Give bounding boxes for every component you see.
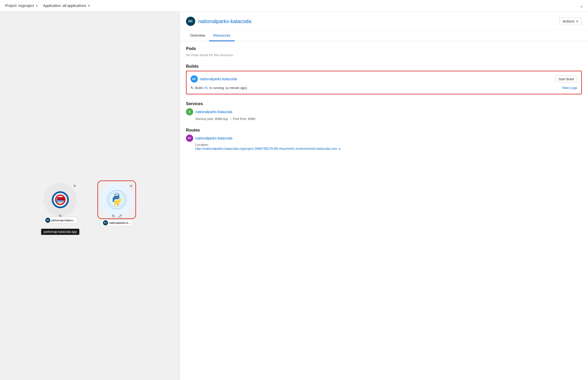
- build-status-info: ↻ Build #1 is running (a minute ago): [191, 86, 247, 90]
- parksmap-icon: [50, 189, 71, 210]
- svg-point-2: [107, 191, 126, 209]
- route-name-link[interactable]: nationalparks-katacoda: [195, 136, 232, 140]
- topology-panel: ⧉ ↻ DC parksmap-kataco...: [0, 12, 180, 380]
- build-number[interactable]: #1: [204, 86, 208, 90]
- nationalparks-selected-wrapper: ⧉: [97, 181, 136, 219]
- top-bar: Project: myproject ▼ Application: all ap…: [0, 0, 588, 12]
- service-port-text: Service port: 8080-tcp → Pod Port: 8080: [195, 117, 582, 121]
- route-external-link-icon: ⧉: [339, 147, 340, 150]
- builds-section: Builds BC nationalparks-katacoda Start B…: [186, 64, 582, 94]
- service-name-link[interactable]: nationalparks-katacoda: [195, 110, 232, 114]
- project-selector[interactable]: Project: myproject ▼: [5, 4, 38, 8]
- node-nationalparks[interactable]: ⧉: [97, 181, 136, 219]
- project-label: Project: myproject: [5, 4, 34, 8]
- build-text: Build: [195, 86, 203, 90]
- parksmap-dc-badge: DC: [45, 218, 50, 223]
- detail-header: DC nationalparks-katacoda Actions ▼: [180, 12, 588, 30]
- route-row: RT nationalparks-katacoda: [186, 135, 582, 142]
- nationalparks-label: nationalparks-k...: [109, 221, 131, 224]
- topology-canvas: ⧉ ↻ DC parksmap-kataco...: [44, 181, 136, 219]
- build-running-icon: ↻: [191, 86, 194, 90]
- location-label: Location:: [195, 143, 209, 147]
- node-parksmap[interactable]: ⧉ ↻ DC parksmap-kataco...: [44, 183, 77, 216]
- nationalparks-circle[interactable]: ⧉: [100, 183, 133, 216]
- tab-resources[interactable]: Resources: [209, 30, 234, 41]
- application-chevron-icon: ▼: [88, 4, 90, 7]
- pods-section: Pods No Pods found for this resource.: [186, 46, 582, 57]
- build-name-row: BC nationalparks-katacoda Start Build: [191, 75, 577, 83]
- main-content: ⧉ ↻ DC parksmap-kataco...: [0, 12, 588, 380]
- detail-panel: × DC nationalparks-katacoda Actions ▼ Ov…: [180, 12, 588, 380]
- build-status-row: ↻ Build #1 is running (a minute ago) Vie…: [191, 86, 577, 90]
- bc-badge: BC: [191, 75, 198, 83]
- nationalparks-refresh-icon[interactable]: ↻: [112, 214, 115, 218]
- build-badge-name: BC nationalparks-katacoda: [191, 75, 237, 83]
- pods-title: Pods: [186, 46, 582, 51]
- start-build-button[interactable]: Start Build: [555, 76, 577, 83]
- build-time: (a minute ago): [226, 86, 247, 90]
- detail-title-row: DC nationalparks-katacoda: [186, 17, 251, 26]
- detail-dc-badge: DC: [186, 17, 195, 26]
- svg-point-3: [110, 193, 124, 207]
- builds-box: BC nationalparks-katacoda Start Build ↻ …: [186, 71, 582, 94]
- application-label: Application: all applications: [43, 4, 86, 8]
- service-row: S nationalparks-katacoda: [186, 108, 582, 115]
- tab-bar: Overview Resources: [180, 30, 588, 41]
- build-status-text: is running: [209, 86, 224, 90]
- nationalparks-label-badge: DC nationalparks-k...: [101, 219, 132, 226]
- tab-overview[interactable]: Overview: [186, 30, 209, 41]
- pods-empty: No Pods found for this resource.: [186, 53, 582, 57]
- actions-chevron-icon: ▼: [576, 20, 579, 23]
- application-selector[interactable]: Application: all applications ▼: [43, 4, 90, 8]
- parksmap-label-badge: DC parksmap-kataco...: [43, 217, 77, 224]
- detail-title: nationalparks-katacoda: [198, 18, 251, 24]
- view-logs-link[interactable]: View Logs: [562, 86, 577, 90]
- routes-section: Routes RT nationalparks-katacoda Locatio…: [186, 128, 582, 151]
- svg-point-4: [115, 195, 116, 196]
- nationalparks-dc-badge: DC: [103, 220, 108, 225]
- services-section: Services S nationalparks-katacoda Servic…: [186, 102, 582, 121]
- parksmap-external-link-icon[interactable]: ⧉: [74, 184, 76, 188]
- actions-button[interactable]: Actions ▼: [559, 17, 582, 25]
- parksmap-circle[interactable]: ⧉ ↻: [44, 183, 77, 216]
- build-name-link[interactable]: nationalparks-katacoda: [200, 77, 237, 81]
- nationalparks-icon: [106, 189, 127, 210]
- nationalparks-git-icon[interactable]: ⎇: [117, 214, 122, 218]
- s-badge: S: [186, 108, 193, 115]
- parksmap-label: parksmap-kataco...: [51, 219, 75, 222]
- builds-title: Builds: [186, 64, 582, 69]
- rt-badge: RT: [186, 135, 193, 142]
- services-title: Services: [186, 102, 582, 106]
- svg-point-5: [117, 204, 118, 205]
- route-url-link[interactable]: http://nationalparks-katacoda-myproject.…: [195, 147, 340, 151]
- actions-label: Actions: [563, 19, 574, 23]
- detail-body: Pods No Pods found for this resource. Bu…: [180, 41, 588, 380]
- nationalparks-external-link-icon[interactable]: ⧉: [130, 184, 132, 188]
- project-chevron-icon: ▼: [35, 4, 38, 7]
- route-location: Location: http://nationalparks-katacoda-…: [195, 143, 582, 151]
- parksmap-tooltip: parksmap-katacoda-app: [41, 229, 79, 235]
- nationalparks-bottom-icons: ↻ ⎇: [112, 214, 122, 218]
- routes-title: Routes: [186, 128, 582, 133]
